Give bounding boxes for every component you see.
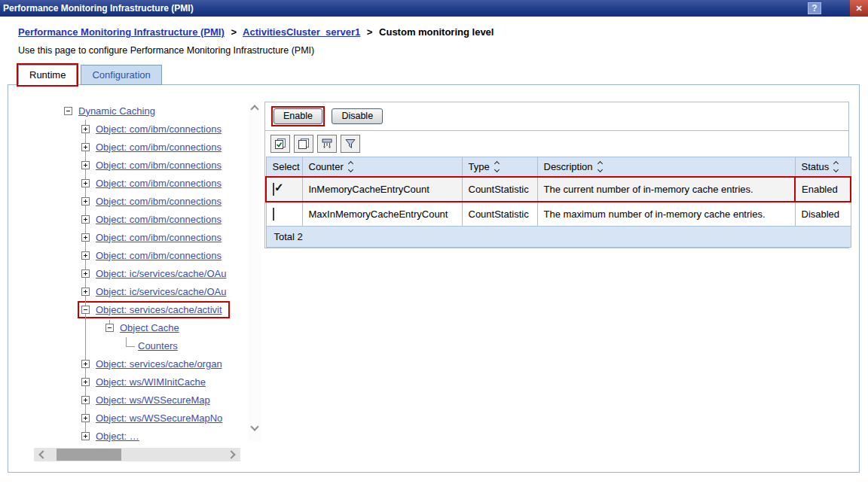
tree-item-label[interactable]: Object: com/ibm/connections [96, 142, 222, 153]
tree-item-dynamic-caching: Dynamic Caching [34, 102, 248, 120]
expand-icon[interactable] [81, 288, 90, 296]
tree-item-label[interactable]: Object: ws/WIMInitCache [96, 376, 206, 388]
enable-button[interactable]: Enable [274, 108, 322, 124]
scroll-down-icon[interactable] [250, 422, 258, 431]
expand-icon[interactable] [81, 396, 90, 404]
tree-item-label[interactable]: Object: ws/WSSecureMap [96, 394, 210, 406]
tab-configuration[interactable]: Configuration [81, 65, 161, 85]
pmi-tree: Dynamic Caching Object: com/ibm/connecti… [34, 102, 248, 445]
scroll-left-icon[interactable] [38, 450, 47, 458]
tree-item-label[interactable]: Object: ic/services/cache/OAu [96, 286, 226, 297]
expand-icon[interactable] [81, 269, 90, 278]
tree-item: Object: ic/services/cache/OAu [34, 264, 248, 282]
collapse-icon[interactable] [81, 306, 90, 314]
tree-item-label[interactable]: Object: com/ibm/connections [96, 160, 222, 171]
collapse-icon[interactable] [64, 107, 72, 115]
tree-item-label[interactable]: Object: services/cache/activit [96, 304, 222, 315]
counter-cell: MaxInMemoryCacheEntryCount [302, 202, 462, 227]
tree-item-label[interactable]: Dynamic Caching [78, 105, 155, 117]
tree-item-counters: Counters [34, 336, 248, 355]
tree-item-label[interactable]: Object: com/ibm/connections [96, 232, 222, 243]
tree-panel: Dynamic Caching Object: com/ibm/connecti… [34, 102, 261, 472]
tree-item-services-cache-activities: Object: services/cache/activit [34, 300, 248, 318]
breadcrumb-current: Custom monitoring level [379, 26, 494, 38]
tree-item: Object: com/ibm/connections [34, 120, 248, 138]
tree-item-label[interactable]: Object: services/cache/organ [96, 358, 222, 370]
row-checkbox-unchecked[interactable] [273, 208, 274, 221]
table-footer-row: Total 2 [266, 227, 851, 248]
tree-item-label[interactable]: Object: com/ibm/connections [96, 178, 222, 189]
tab-configuration-label: Configuration [92, 69, 150, 81]
breadcrumb-separator: > [231, 26, 237, 38]
tree-item-label[interactable]: Object: com/ibm/connections [96, 250, 222, 261]
expand-icon[interactable] [81, 233, 90, 242]
status-badge: Enabled [795, 177, 851, 202]
breadcrumb-link-server[interactable]: ActivitiesCluster_server1 [243, 26, 360, 38]
disable-button[interactable]: Disable [332, 108, 383, 124]
expand-icon[interactable] [81, 414, 90, 422]
vertical-scrollbar[interactable] [248, 102, 261, 442]
tree-item-clipped: Object: … [34, 427, 248, 445]
select-cell [266, 177, 302, 202]
expand-icon[interactable] [81, 125, 90, 133]
tree-item-label[interactable]: Object: com/ibm/connections [96, 196, 222, 207]
counter-cell: InMemoryCacheEntryCount [302, 177, 462, 202]
table-total: Total 2 [266, 227, 851, 248]
description-cell: The current number of in-memory cache en… [537, 177, 795, 202]
select-all-icon[interactable] [270, 135, 290, 153]
table-row-maxinmemorycacheentrycount: MaxInMemoryCacheEntryCount CountStatisti… [266, 202, 851, 227]
expand-icon[interactable] [81, 143, 90, 151]
sort-icon[interactable] [834, 162, 838, 172]
tree-item-label[interactable]: Object: … [96, 431, 139, 442]
table-header-row: Select Counter Type Description [266, 157, 851, 178]
sort-icon[interactable] [598, 162, 602, 172]
tab-runtime[interactable]: Runtime [18, 65, 77, 85]
column-header-type[interactable]: Type [462, 157, 537, 178]
tree-item-label[interactable]: Object Cache [120, 322, 179, 333]
breadcrumb-link-pmi[interactable]: Performance Monitoring Infrastructure (P… [18, 26, 225, 38]
row-checkbox-checked[interactable] [273, 183, 274, 196]
scroll-right-icon[interactable] [227, 450, 235, 458]
type-cell: CountStatistic [462, 177, 537, 202]
tree-item-label[interactable]: Object: com/ibm/connections [96, 214, 222, 225]
expand-icon[interactable] [81, 215, 90, 224]
collapse-icon[interactable] [105, 324, 114, 332]
column-header-counter[interactable]: Counter [302, 157, 462, 178]
column-header-status[interactable]: Status [795, 157, 851, 178]
close-icon[interactable]: ✕ [850, 0, 868, 17]
tab-bar: Runtime Configuration [18, 65, 868, 85]
tree-item-label[interactable]: Counters [138, 340, 178, 352]
tree-item-label[interactable]: Object: ic/services/cache/OAu [96, 268, 226, 279]
expand-icon[interactable] [81, 378, 90, 386]
sort-icon[interactable] [349, 162, 353, 172]
breadcrumb-separator: > [367, 26, 373, 38]
sort-icon[interactable] [495, 162, 499, 172]
annotation-box: Enable [271, 106, 325, 126]
horizontal-scrollbar[interactable] [34, 448, 240, 461]
help-icon[interactable]: ? [808, 2, 821, 14]
expand-icon[interactable] [81, 161, 90, 169]
scroll-up-icon[interactable] [250, 105, 258, 113]
expand-icon[interactable] [81, 179, 90, 187]
expand-icon[interactable] [81, 432, 90, 440]
column-header-description[interactable]: Description [537, 157, 795, 178]
tree-item: Object: com/ibm/connections [34, 138, 248, 156]
show-filter-icon[interactable] [317, 135, 337, 153]
window-titlebar: Performance Monitoring Infrastructure (P… [0, 0, 868, 17]
tree-item: Object: ws/WSSecureMap [34, 391, 248, 409]
expand-icon[interactable] [81, 251, 90, 260]
expand-icon[interactable] [81, 197, 90, 205]
tree-item: Object: ws/WSSecureMapNo [34, 409, 248, 427]
scrollbar-thumb[interactable] [57, 449, 121, 461]
deselect-all-icon[interactable] [294, 135, 313, 153]
tree-item-label[interactable]: Object: com/ibm/connections [96, 123, 222, 135]
tree-item: Object: com/ibm/connections [34, 246, 248, 264]
tree-item: Object: services/cache/organ [34, 355, 248, 373]
table-toolbar [265, 130, 848, 157]
counters-content: Enable Disable [264, 102, 849, 472]
tree-item-label[interactable]: Object: ws/WSSecureMapNo [96, 412, 222, 424]
clear-filter-icon[interactable] [341, 135, 360, 153]
expand-icon[interactable] [81, 360, 90, 368]
select-cell [266, 202, 302, 227]
tree-item: Object: com/ibm/connections [34, 156, 248, 174]
